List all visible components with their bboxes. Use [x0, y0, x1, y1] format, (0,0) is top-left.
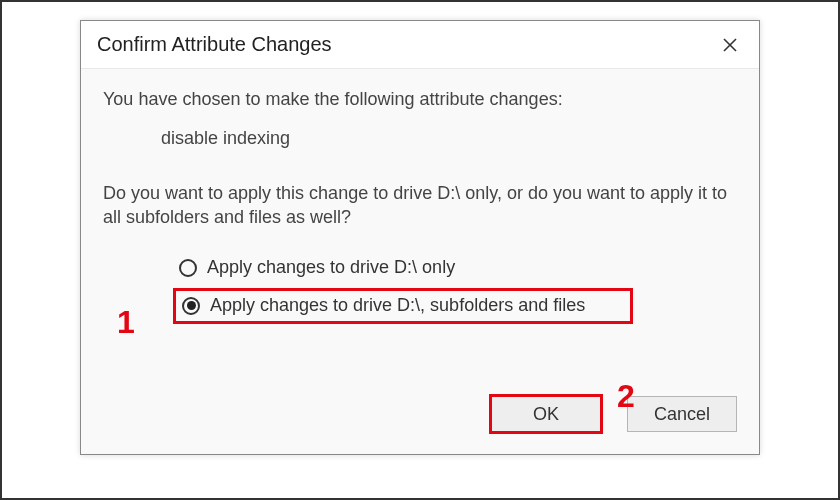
annotation-1: 1	[117, 304, 135, 341]
dialog-content: You have chosen to make the following at…	[81, 69, 759, 454]
radio-group: Apply changes to drive D:\ only Apply ch…	[173, 250, 737, 324]
button-row: OK Cancel	[491, 396, 737, 432]
close-icon	[723, 38, 737, 52]
titlebar: Confirm Attribute Changes	[81, 21, 759, 69]
radio-icon	[179, 259, 197, 277]
question-text: Do you want to apply this change to driv…	[103, 181, 737, 230]
confirm-attribute-changes-dialog: Confirm Attribute Changes You have chose…	[80, 20, 760, 455]
radio-option-drive-only[interactable]: Apply changes to drive D:\ only	[173, 250, 737, 286]
radio-label: Apply changes to drive D:\, subfolders a…	[210, 295, 585, 316]
intro-text: You have chosen to make the following at…	[103, 89, 737, 110]
change-description: disable indexing	[161, 128, 737, 149]
radio-option-subfolders-files[interactable]: Apply changes to drive D:\, subfolders a…	[173, 288, 633, 324]
radio-icon	[182, 297, 200, 315]
close-button[interactable]	[715, 30, 745, 60]
cancel-button[interactable]: Cancel	[627, 396, 737, 432]
annotation-2: 2	[617, 378, 635, 415]
radio-label: Apply changes to drive D:\ only	[207, 257, 455, 278]
dialog-title: Confirm Attribute Changes	[97, 33, 332, 56]
ok-button[interactable]: OK	[491, 396, 601, 432]
